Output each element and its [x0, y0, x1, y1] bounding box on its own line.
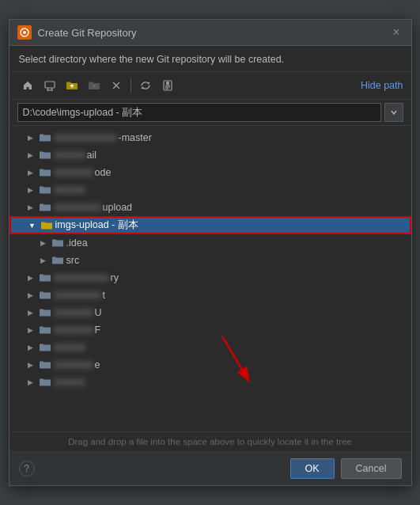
folder-icon: [39, 341, 51, 354]
svg-point-10: [167, 83, 168, 84]
expand-arrow: ▶: [25, 202, 36, 213]
item-suffix: upload: [103, 202, 133, 213]
svg-rect-2: [45, 82, 55, 88]
expand-arrow: ▶: [25, 132, 36, 143]
refresh-button[interactable]: [135, 76, 156, 95]
expand-arrow: ▶: [25, 150, 36, 161]
cancel-button[interactable]: Cancel: [341, 458, 402, 479]
blurred-label: [54, 134, 117, 142]
expand-arrow: ▶: [25, 167, 36, 178]
tree-item[interactable]: ▶ -master: [9, 129, 411, 146]
blurred-label: [54, 274, 109, 282]
blurred-label: [54, 326, 93, 334]
folder-icon: [39, 359, 51, 371]
tree-item[interactable]: ▶: [9, 181, 411, 199]
dialog-icon: [17, 25, 32, 40]
file-tree[interactable]: ▶ -master ▶ ail ▶: [9, 126, 411, 431]
tree-item[interactable]: ▶: [9, 374, 411, 391]
item-label: src: [66, 255, 80, 266]
item-suffix: -master: [119, 132, 152, 143]
tree-item[interactable]: ▶ U: [9, 304, 411, 321]
item-suffix: U: [95, 307, 102, 318]
blurred-label: [54, 309, 93, 317]
folder-icon: [39, 324, 51, 336]
expand-arrow: ▶: [25, 377, 36, 388]
create-git-repo-dialog: Create Git Repository × Select directory…: [9, 19, 412, 486]
file-toolbar: Hide path: [9, 72, 411, 100]
tree-item[interactable]: ▶ F: [9, 321, 411, 339]
expand-arrow: ▶: [38, 255, 49, 266]
blurred-label: [54, 291, 101, 299]
item-suffix: ry: [111, 272, 119, 283]
blurred-label: [54, 169, 93, 177]
expand-arrow: ▶: [25, 342, 36, 353]
folder-up-button[interactable]: [62, 76, 82, 95]
drag-hint: Drag and drop a file into the space abov…: [9, 431, 411, 451]
item-suffix: F: [95, 325, 101, 336]
expand-arrow: ▶: [25, 290, 36, 301]
desktop-button[interactable]: [40, 76, 60, 95]
tree-item[interactable]: ▶ ry: [9, 269, 411, 287]
selected-item-label: imgs-upload - 副本: [55, 218, 138, 232]
blurred-label: [54, 151, 85, 159]
blurred-label: [54, 344, 85, 351]
folder-icon: [39, 376, 51, 389]
folder-icon: [39, 289, 51, 302]
folder-icon: [39, 184, 51, 196]
blurred-label: [54, 378, 85, 386]
ok-button[interactable]: OK: [290, 458, 335, 479]
folder-icon-open: [40, 219, 53, 232]
expand-arrow: ▶: [38, 237, 49, 249]
expand-arrow: ▼: [27, 220, 38, 231]
blurred-label: [54, 361, 93, 369]
folder-icon: [39, 271, 51, 284]
tree-item[interactable]: ▶ .idea: [9, 234, 411, 252]
item-suffix: e: [95, 359, 100, 370]
selected-tree-item[interactable]: ▼ imgs-upload - 副本: [9, 216, 411, 234]
folder-icon: [39, 306, 51, 319]
path-input[interactable]: [17, 103, 381, 122]
expand-arrow: ▶: [25, 325, 36, 336]
path-browse-button[interactable]: [384, 103, 403, 122]
tree-item[interactable]: ▶ src: [9, 252, 411, 269]
item-suffix: ail: [87, 150, 97, 161]
close-button[interactable]: ×: [389, 25, 403, 40]
folder-icon: [39, 131, 51, 144]
expand-arrow: ▶: [25, 307, 36, 318]
folder-icon: [39, 201, 51, 214]
path-row: [9, 100, 411, 126]
item-suffix: t: [103, 290, 105, 301]
bookmarks-button[interactable]: [157, 76, 178, 95]
folder-icon: [39, 149, 51, 161]
tree-item[interactable]: ▶ e: [9, 356, 411, 374]
tree-item[interactable]: ▶ ode: [9, 164, 411, 181]
tree-item[interactable]: ▶: [9, 339, 411, 356]
hide-path-link[interactable]: Hide path: [361, 80, 403, 91]
titlebar: Create Git Repository ×: [9, 20, 411, 46]
tree-item[interactable]: ▶ upload: [9, 199, 411, 216]
blurred-label: [54, 203, 101, 211]
toolbar-sep-1: [131, 78, 131, 93]
dialog-footer: ? OK Cancel: [9, 451, 411, 485]
folder-icon: [51, 237, 64, 249]
item-suffix: ode: [95, 167, 112, 178]
dialog-subtitle: Select directory where the new Git repos…: [9, 46, 411, 72]
folder-icon: [51, 254, 64, 267]
home-button[interactable]: [17, 76, 38, 95]
dialog-title: Create Git Repository: [38, 27, 384, 39]
expand-arrow: ▶: [25, 359, 36, 370]
expand-arrow: ▶: [25, 272, 36, 283]
svg-point-1: [23, 31, 26, 34]
new-folder-button[interactable]: [84, 76, 104, 95]
footer-buttons: OK Cancel: [290, 458, 402, 479]
delete-button[interactable]: [106, 76, 127, 95]
item-label: .idea: [66, 237, 88, 249]
folder-icon: [39, 166, 51, 179]
help-button[interactable]: ?: [19, 461, 35, 477]
tree-item[interactable]: ▶ t: [9, 287, 411, 304]
tree-item[interactable]: ▶ ail: [9, 146, 411, 164]
expand-arrow: ▶: [25, 184, 36, 196]
blurred-label: [54, 186, 85, 194]
